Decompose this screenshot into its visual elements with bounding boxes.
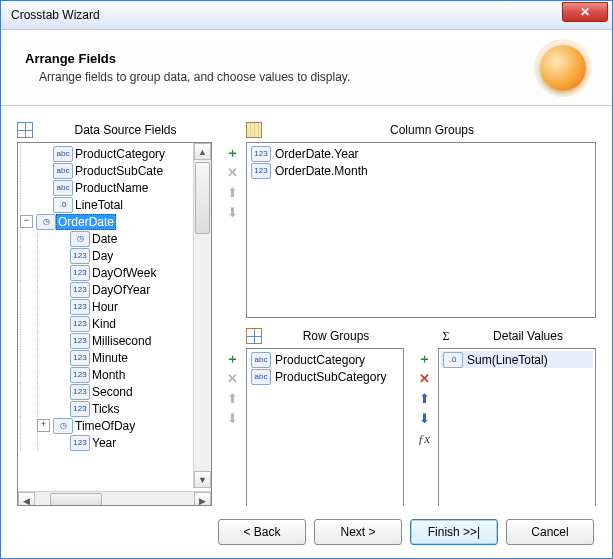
tree-item-label: Month bbox=[90, 368, 127, 382]
scroll-track[interactable] bbox=[194, 160, 211, 471]
tree-item[interactable]: ◷Date bbox=[18, 230, 211, 247]
column-groups-list[interactable]: 123OrderDate.Year123OrderDate.Month bbox=[246, 142, 596, 318]
integer-type-icon: 123 bbox=[251, 146, 271, 162]
close-button[interactable]: ✕ bbox=[562, 2, 608, 22]
decimal-type-icon: .0 bbox=[53, 197, 73, 213]
tree-guide bbox=[20, 417, 34, 434]
text-type-icon: abc bbox=[53, 163, 73, 179]
tree-item[interactable]: +◷TimeOfDay bbox=[18, 417, 211, 434]
tree-item[interactable]: 123Month bbox=[18, 366, 211, 383]
scroll-left-icon[interactable]: ◀ bbox=[18, 492, 35, 506]
row-groups-header: Row Groups bbox=[224, 326, 404, 346]
tree-item-label: ProductName bbox=[73, 181, 150, 195]
list-item[interactable]: 123OrderDate.Year bbox=[249, 145, 593, 162]
tree-item[interactable]: abcProductCategory bbox=[18, 145, 211, 162]
column-groups-header: Column Groups bbox=[224, 120, 596, 140]
move-down-button[interactable]: ⬇ bbox=[224, 204, 240, 220]
tree-item[interactable]: 123Ticks bbox=[18, 400, 211, 417]
list-item[interactable]: abcProductSubCategory bbox=[249, 368, 401, 385]
tree-guide bbox=[20, 434, 34, 451]
tree-item[interactable]: 123Year bbox=[18, 434, 211, 451]
list-item[interactable]: .0Sum(LineTotal) bbox=[441, 351, 593, 368]
tree-item[interactable]: 123DayOfWeek bbox=[18, 264, 211, 281]
tree-guide bbox=[37, 434, 51, 451]
cancel-button[interactable]: Cancel bbox=[506, 519, 594, 545]
column-groups-panel: Column Groups ＋ ✕ ⬆ ⬇ 123OrderDate.Year1… bbox=[224, 120, 596, 318]
scroll-up-icon[interactable]: ▲ bbox=[194, 143, 211, 160]
next-button[interactable]: Next > bbox=[314, 519, 402, 545]
tree-item-label: Millisecond bbox=[90, 334, 153, 348]
datetime-type-icon: ◷ bbox=[53, 418, 73, 434]
table-icon bbox=[17, 122, 33, 138]
scroll-down-icon[interactable]: ▼ bbox=[194, 471, 211, 488]
data-source-list[interactable]: abcProductCategoryabcProductSubCateabcPr… bbox=[17, 142, 212, 506]
tree-item[interactable]: .0LineTotal bbox=[18, 196, 211, 213]
tree-guide bbox=[20, 196, 34, 213]
integer-type-icon: 123 bbox=[70, 248, 90, 264]
tree-item[interactable]: 123Millisecond bbox=[18, 332, 211, 349]
scroll-thumb[interactable] bbox=[195, 162, 210, 234]
tree-item-label: Kind bbox=[90, 317, 118, 331]
remove-button[interactable]: ✕ bbox=[416, 370, 432, 386]
move-down-button[interactable]: ⬇ bbox=[416, 410, 432, 426]
tree-item[interactable]: abcProductSubCate bbox=[18, 162, 211, 179]
tree-guide bbox=[20, 383, 34, 400]
add-button[interactable]: ＋ bbox=[416, 350, 432, 366]
finish-button[interactable]: Finish >>| bbox=[410, 519, 498, 545]
remove-button[interactable]: ✕ bbox=[224, 164, 240, 180]
integer-type-icon: 123 bbox=[70, 299, 90, 315]
back-button[interactable]: < Back bbox=[218, 519, 306, 545]
tree-item[interactable]: 123Hour bbox=[18, 298, 211, 315]
tree-item[interactable]: abcProductName bbox=[18, 179, 211, 196]
move-up-button[interactable]: ⬆ bbox=[224, 390, 240, 406]
detail-values-buttons: ＋ ✕ ⬆ ⬇ ƒx bbox=[416, 348, 434, 506]
tree-guide bbox=[20, 332, 34, 349]
vertical-scrollbar[interactable]: ▲ ▼ bbox=[193, 143, 211, 488]
tree-item[interactable]: 123Day bbox=[18, 247, 211, 264]
wizard-footer: < Back Next > Finish >>| Cancel bbox=[1, 506, 612, 558]
tree-guide bbox=[37, 247, 51, 264]
move-down-button[interactable]: ⬇ bbox=[224, 410, 240, 426]
tree-guide bbox=[20, 162, 34, 179]
tree-item-label: ProductCategory bbox=[73, 147, 167, 161]
column-groups-body: ＋ ✕ ⬆ ⬇ 123OrderDate.Year123OrderDate.Mo… bbox=[224, 142, 596, 318]
remove-button[interactable]: ✕ bbox=[224, 370, 240, 386]
tree-item-label: DayOfWeek bbox=[90, 266, 158, 280]
list-item[interactable]: abcProductCategory bbox=[249, 351, 401, 368]
tree-item[interactable]: 123Minute bbox=[18, 349, 211, 366]
tree-item-label: Date bbox=[90, 232, 119, 246]
tree-item[interactable]: 123Second bbox=[18, 383, 211, 400]
collapse-icon[interactable]: − bbox=[20, 215, 33, 228]
tree-item-label: TimeOfDay bbox=[73, 419, 137, 433]
tree-item[interactable]: 123DayOfYear bbox=[18, 281, 211, 298]
scroll-right-icon[interactable]: ▶ bbox=[194, 492, 211, 506]
detail-values-panel: Σ Detail Values ＋ ✕ ⬆ ⬇ ƒx .0Sum(LineTot… bbox=[416, 326, 596, 506]
add-button[interactable]: ＋ bbox=[224, 144, 240, 160]
detail-values-list[interactable]: .0Sum(LineTotal) bbox=[438, 348, 596, 506]
tree-item[interactable]: −◷OrderDate bbox=[18, 213, 211, 230]
integer-type-icon: 123 bbox=[70, 435, 90, 451]
tree-guide bbox=[20, 145, 34, 162]
tree-guide bbox=[20, 349, 34, 366]
wizard-art bbox=[528, 38, 598, 98]
hscroll-track[interactable] bbox=[35, 492, 194, 506]
tree-guide bbox=[37, 366, 51, 383]
add-button[interactable]: ＋ bbox=[224, 350, 240, 366]
horizontal-scrollbar[interactable]: ◀ ▶ bbox=[18, 491, 211, 506]
crosstab-wizard-window: Crosstab Wizard ✕ Arrange Fields Arrange… bbox=[0, 0, 613, 559]
integer-type-icon: 123 bbox=[70, 384, 90, 400]
tree-item-label: Day bbox=[90, 249, 115, 263]
move-up-button[interactable]: ⬆ bbox=[416, 390, 432, 406]
move-up-button[interactable]: ⬆ bbox=[224, 184, 240, 200]
list-item[interactable]: 123OrderDate.Month bbox=[249, 162, 593, 179]
text-type-icon: abc bbox=[251, 352, 271, 368]
integer-type-icon: 123 bbox=[70, 282, 90, 298]
expand-icon[interactable]: + bbox=[37, 419, 50, 432]
tree-guide bbox=[20, 247, 34, 264]
fx-button[interactable]: ƒx bbox=[416, 430, 432, 446]
row-groups-list[interactable]: abcProductCategoryabcProductSubCategory bbox=[246, 348, 404, 506]
tree-item[interactable]: 123Kind bbox=[18, 315, 211, 332]
detail-values-label: Detail Values bbox=[460, 329, 596, 343]
column-groups-buttons: ＋ ✕ ⬆ ⬇ bbox=[224, 142, 242, 318]
hscroll-thumb[interactable] bbox=[50, 493, 102, 506]
